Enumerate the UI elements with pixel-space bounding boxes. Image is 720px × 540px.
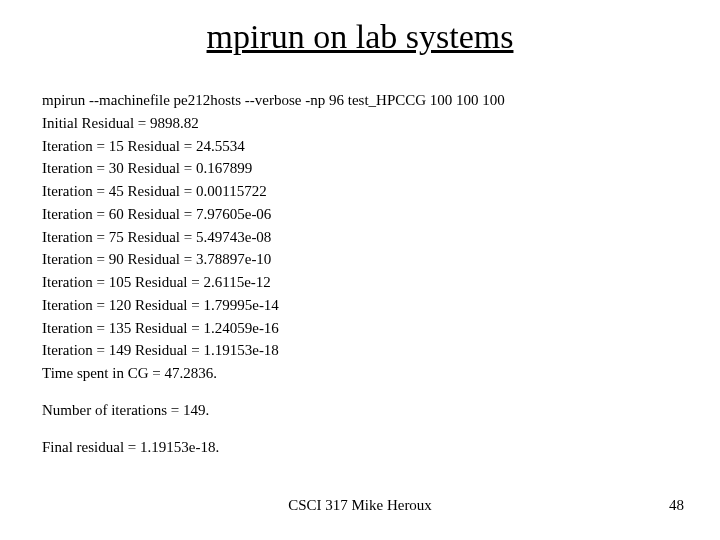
iteration-line: Iteration = 149 Residual = 1.19153e-18 [42,340,678,362]
iteration-line: Iteration = 15 Residual = 24.5534 [42,136,678,158]
slide-body: mpirun --machinefile pe212hosts --verbos… [42,90,678,459]
slide: mpirun on lab systems mpirun --machinefi… [0,0,720,540]
iteration-line: Iteration = 75 Residual = 5.49743e-08 [42,227,678,249]
blank-line [42,386,678,400]
num-iterations-line: Number of iterations = 149. [42,400,678,422]
final-residual-line: Final residual = 1.19153e-18. [42,437,678,459]
iteration-line: Iteration = 60 Residual = 7.97605e-06 [42,204,678,226]
time-line: Time spent in CG = 47.2836. [42,363,678,385]
iteration-line: Iteration = 105 Residual = 2.6115e-12 [42,272,678,294]
page-number: 48 [669,497,684,514]
iteration-line: Iteration = 90 Residual = 3.78897e-10 [42,249,678,271]
iteration-line: Iteration = 30 Residual = 0.167899 [42,158,678,180]
slide-title: mpirun on lab systems [0,18,720,56]
initial-residual: Initial Residual = 9898.82 [42,113,678,135]
footer-course: CSCI 317 Mike Heroux [0,497,720,514]
command-line: mpirun --machinefile pe212hosts --verbos… [42,90,678,112]
iteration-line: Iteration = 135 Residual = 1.24059e-16 [42,318,678,340]
iteration-line: Iteration = 45 Residual = 0.00115722 [42,181,678,203]
iteration-line: Iteration = 120 Residual = 1.79995e-14 [42,295,678,317]
blank-line [42,423,678,437]
